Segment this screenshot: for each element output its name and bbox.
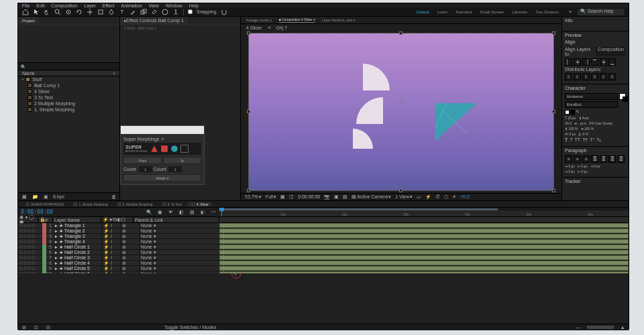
layer-name[interactable]: ▸ ★ Half Circle 2 — [53, 250, 101, 255]
handle-bm[interactable] — [399, 189, 402, 192]
stroke-swatch[interactable] — [623, 96, 628, 102]
menu-view[interactable]: View — [149, 3, 159, 8]
layer-parent-dropdown[interactable]: None ▾ — [139, 239, 158, 245]
layer-parent-dropdown[interactable]: None ▾ — [139, 250, 158, 255]
workspace-small-screen[interactable]: Small Screen — [476, 9, 508, 15]
workspace-two-screens[interactable]: Two Screens — [531, 9, 563, 15]
layer-clip[interactable] — [219, 255, 629, 260]
menu-window[interactable]: Window — [166, 3, 182, 8]
info-panel-title[interactable]: Info — [562, 17, 629, 23]
timeline-tab[interactable]: SUPER MORPHINGS — [22, 202, 67, 206]
visibility-toggle[interactable] — [19, 267, 23, 270]
puppet-tool-icon[interactable] — [172, 9, 179, 15]
super-morphings-panel[interactable]: Super Morphings ≡ SUPERMORPHINGS From To… — [120, 125, 205, 185]
visibility-toggle[interactable] — [19, 256, 23, 259]
distribute-left-icon[interactable]: ⫵ — [591, 73, 598, 80]
eyedropper-icon[interactable]: ✎ — [576, 109, 580, 115]
mask-toggle-icon[interactable]: ◫ — [289, 194, 294, 200]
visibility-toggle[interactable] — [19, 251, 23, 254]
distribute-vcenter-icon[interactable]: ⫴ — [574, 73, 581, 80]
para-justify-center-icon[interactable]: ≣ — [600, 155, 607, 163]
asset-item[interactable]: 3 To Text — [18, 94, 119, 100]
workspace-libraries[interactable]: Libraries — [508, 9, 531, 15]
project-interpret-icon[interactable]: ▦ — [21, 194, 28, 200]
para-justify-all-icon[interactable]: ≣ — [617, 155, 625, 163]
fill-swatch[interactable] — [619, 93, 626, 100]
asset-item[interactable]: Ball Comp 1 — [18, 82, 119, 88]
project-search[interactable]: 🔍 — [18, 62, 119, 70]
visibility-toggle[interactable] — [19, 240, 23, 243]
tracker-panel-title[interactable]: Tracker — [562, 178, 629, 184]
layer-parent-pick[interactable]: ⊚ — [120, 223, 139, 228]
handle-ml[interactable] — [247, 110, 250, 113]
layer-clip[interactable] — [219, 223, 629, 228]
align-hcenter-icon[interactable]: ┿ — [574, 58, 581, 66]
layer-name[interactable]: ▸ ★ Half Circle 3 — [53, 255, 101, 261]
layer-parent-dropdown[interactable]: None ▾ — [139, 234, 158, 239]
layer-clip[interactable] — [219, 250, 629, 255]
tl-search-icon[interactable]: 🔍 — [146, 209, 152, 216]
effect-controls-tab[interactable]: ▸ Effect Controls Ball Comp 1 — [120, 17, 188, 24]
menu-file[interactable]: File — [22, 3, 30, 8]
distribute-top-icon[interactable]: ⫴ — [565, 73, 572, 80]
menu-edit[interactable]: Edit — [36, 3, 44, 8]
asset-item[interactable]: 2 Multiple Morphing — [18, 100, 119, 107]
workspace-learn[interactable]: Learn — [433, 9, 451, 15]
visibility-toggle[interactable] — [19, 261, 23, 265]
italic-icon[interactable]: T — [570, 137, 572, 143]
visibility-toggle[interactable] — [19, 229, 23, 232]
project-tab[interactable]: Project — [18, 17, 39, 24]
align-to-dropdown[interactable]: Composition — [596, 47, 626, 56]
asset-item[interactable]: 4 Slicer — [18, 88, 119, 94]
grid-icon[interactable]: ▦ — [280, 194, 285, 200]
distribute-hcenter-icon[interactable]: ⫵ — [600, 73, 607, 80]
visibility-toggle[interactable] — [19, 224, 23, 227]
tl-shy-icon[interactable]: 👁 — [167, 209, 174, 216]
layer-clip[interactable] — [219, 261, 629, 265]
layer-parent-dropdown[interactable]: None ▾ — [139, 255, 158, 261]
smallcaps-icon[interactable]: Tᴛ — [582, 137, 588, 143]
handle-br[interactable] — [552, 189, 555, 192]
roto-tool-icon[interactable] — [162, 9, 168, 15]
layer-clip[interactable] — [219, 239, 629, 244]
viewer-zoom[interactable]: 53.7% ▾ — [245, 194, 262, 200]
layer-parent-pick[interactable]: ⊚ — [120, 261, 139, 266]
viewer-res[interactable]: Full ▾ — [266, 194, 276, 200]
timeline-icon[interactable]: ⏱ — [435, 194, 440, 199]
layer-parent-pick[interactable]: ⊚ — [120, 255, 139, 261]
brush-tool-icon[interactable] — [129, 9, 136, 15]
viewer-tab[interactable]: Layer rhombus_nice ≡ — [322, 18, 356, 22]
allcaps-icon[interactable]: TT — [575, 137, 581, 143]
3d-view-dropdown[interactable]: ▤ Active Camera ▾ — [352, 194, 391, 200]
playhead[interactable] — [221, 208, 222, 216]
para-align-right-icon[interactable]: ≡ — [582, 155, 590, 163]
pixel-aspect-icon[interactable]: ▭ — [417, 194, 421, 200]
menu-layer[interactable]: Layer — [84, 3, 96, 8]
layer-parent-dropdown[interactable]: None ▾ — [139, 266, 158, 271]
composition-canvas[interactable] — [249, 34, 553, 190]
layer-clip[interactable] — [219, 228, 629, 233]
eyedropper-black[interactable] — [570, 110, 575, 115]
tl-zoom-slider[interactable] — [587, 326, 614, 329]
tl-zoom-in-icon[interactable]: ▲ — [619, 324, 626, 331]
bold-icon[interactable]: T — [565, 137, 568, 143]
home-icon[interactable] — [22, 9, 29, 15]
project-name-header[interactable]: Name ▼ — [18, 70, 119, 76]
layer-parent-pick[interactable]: ⊚ — [120, 234, 139, 239]
zoom-tool-icon[interactable] — [54, 9, 61, 15]
menu-help[interactable]: Help — [189, 3, 199, 8]
tl-modes-icon[interactable]: ⊟ — [45, 324, 52, 331]
asset-folder[interactable]: ▾Stuff — [18, 76, 119, 82]
layer-clip[interactable] — [219, 266, 629, 271]
layer-parent-dropdown[interactable]: None ▾ — [139, 223, 158, 228]
align-panel-title[interactable]: Align — [562, 38, 629, 45]
anchor-tool-icon[interactable] — [87, 9, 93, 15]
layer-parent-dropdown[interactable]: None ▾ — [139, 228, 158, 234]
layer-name[interactable]: ▸ ★ Triangle 4 — [53, 239, 101, 245]
layer-parent-pick[interactable]: ⊚ — [120, 228, 139, 234]
timeline-ruler[interactable]: 01s02s03s04s05s06s — [219, 208, 629, 216]
rect-tool-icon[interactable] — [97, 9, 104, 15]
timeline-tab[interactable]: 4. Slicer — [188, 202, 212, 206]
workspace-standard[interactable]: Standard — [451, 9, 476, 15]
snapshot-icon[interactable]: 📷 — [324, 194, 330, 200]
